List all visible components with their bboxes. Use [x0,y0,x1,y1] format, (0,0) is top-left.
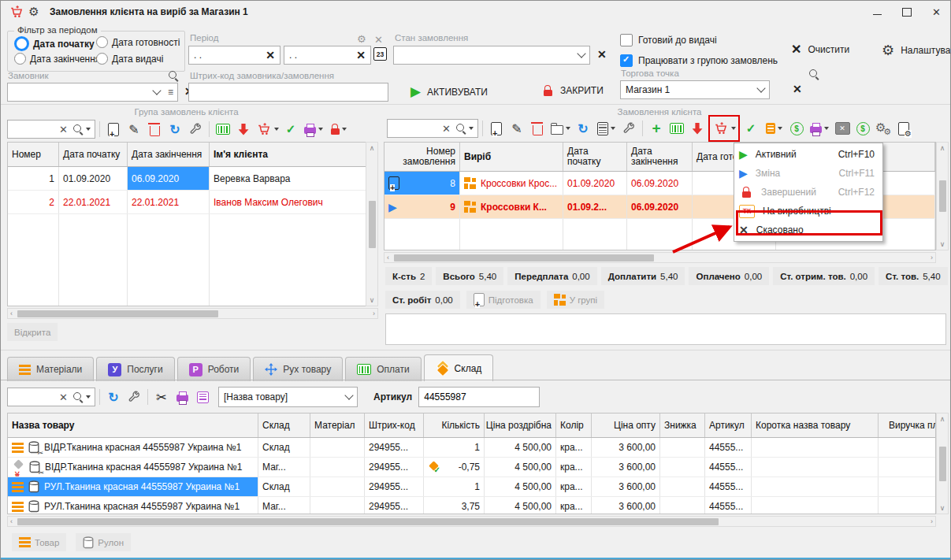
tab-materials[interactable]: Матеріали [7,357,94,381]
cart-status-menu-button-highlighted[interactable] [708,115,740,142]
col-header[interactable]: Дата початку [563,143,627,171]
order-memo-box[interactable] [385,313,946,345]
legend-roll-button[interactable]: Рулон [76,533,131,551]
col-header[interactable]: Дата закінчення [627,143,693,171]
col-header[interactable]: Знижка [660,414,705,437]
tab-services[interactable]: УПослуги [96,357,174,381]
left-search-input[interactable]: ✕ [7,120,95,139]
table-row[interactable]: ≫ВІДР.Тканина красная 44555987 Украина №… [8,458,935,477]
customer-combobox[interactable]: ≡ [7,83,178,102]
left-table-hscrollbar[interactable]: ‹› [7,308,378,319]
checkbox-icon[interactable] [620,34,633,46]
search-icon[interactable] [455,123,474,134]
shop-clear-icon[interactable]: ✕ [793,83,802,95]
menu-item-cancelled[interactable]: ✕Скасовано [734,221,882,239]
folder-menu-button[interactable] [548,119,572,138]
radio-date-start[interactable]: Дата початку [14,36,95,51]
radio-icon[interactable] [14,53,26,65]
checkbox-icon[interactable] [620,54,633,67]
print-preview-button[interactable] [193,388,212,406]
tab-works[interactable]: РРоботи [177,357,251,381]
table-row[interactable]: РУЛ.Тканина красная 44555987 Украина №1 … [8,497,935,514]
add-button[interactable] [104,120,123,139]
radio-date-issue[interactable]: Дата видачі [96,53,163,65]
invoice-menu-button[interactable] [762,119,786,138]
print-button[interactable] [808,119,831,138]
in-group-button[interactable]: У групі [547,291,605,309]
money-refresh-button[interactable]: $ [787,119,806,138]
payments-button[interactable] [667,119,686,138]
right-table-vscrollbar[interactable]: ∧∨ [936,142,949,250]
selected-cell[interactable]: 06.09.2020 [128,167,210,190]
col-header[interactable]: Дата закінчення [128,143,210,166]
order-state-clear-icon[interactable]: ✕ [597,48,607,61]
radio-icon[interactable] [96,53,108,65]
table-row[interactable]: РУЛ.Тканина красная 44555987 Украина №1 … [8,477,935,497]
col-header[interactable]: Штрих-код [365,414,424,437]
payments-button[interactable] [214,120,232,139]
article-input[interactable] [418,387,540,407]
confirm-button[interactable]: ✓ [281,120,300,139]
refresh-button[interactable]: ↻ [165,120,184,139]
col-header[interactable]: Виручка планована роздрібна з [879,414,936,437]
date-to-input[interactable]: . .✕ [284,46,371,65]
col-header[interactable]: Назва товару [8,414,258,437]
legend-goods-button[interactable]: Товар [12,533,66,551]
cut-button[interactable]: ✂ [152,388,171,406]
col-header[interactable]: Артикул [705,414,752,437]
name-filter-combobox[interactable]: [Назва товару] [218,387,358,407]
chevron-down-icon[interactable] [152,86,161,95]
maximize-button[interactable] [902,8,912,17]
delete-button[interactable] [528,119,547,138]
col-header[interactable]: Дата початку [59,143,128,166]
radio-date-ready[interactable]: Дата готовності [96,36,180,48]
col-header[interactable]: Кількість [424,414,485,437]
search-icon[interactable] [72,391,91,402]
list-icon[interactable]: ≡ [168,87,173,98]
cancel-box-button[interactable]: ✕ [833,119,852,138]
download-button[interactable] [234,120,253,139]
tools-button[interactable] [619,119,638,138]
print-button[interactable] [173,388,191,406]
col-header[interactable]: Виріб [460,143,563,171]
table-row[interactable]: 1 01.09.2020 06.09.2020 Веревка Варвара [8,167,366,191]
barcode-input[interactable] [188,83,388,102]
shop-search-icon[interactable] [808,69,819,80]
confirm-button[interactable]: ✓ [741,119,760,138]
radio-date-end[interactable]: Дата закінчення [14,53,100,65]
refresh-button[interactable]: ↻ [574,119,593,138]
bottom-search-input[interactable]: ✕ [7,388,95,406]
settings-gears-button[interactable] [874,119,893,138]
col-header[interactable]: Ім'я клієнта [210,143,366,166]
menu-item-finished[interactable]: ЗавершенийCtrl+F12 [734,183,882,202]
clear-x-icon[interactable]: ✕ [59,391,68,403]
preparation-button[interactable]: Підготовка [466,291,541,309]
tools-button[interactable] [186,120,205,139]
close-order-button[interactable]: ЗАКРИТИ [541,83,604,98]
period-gear-icon[interactable]: ⚙ [357,33,366,45]
customer-search-icon[interactable] [168,70,179,81]
bottom-table-hscrollbar[interactable]: ‹› [7,516,936,527]
clear-x-icon[interactable]: ✕ [356,49,366,61]
download-button[interactable] [688,119,707,138]
clear-x-icon[interactable]: ✕ [59,124,68,135]
bottom-table-vscrollbar[interactable]: ∧∨ [936,413,949,514]
left-table-vscrollbar[interactable]: ∧∨ [366,142,378,306]
shop-combobox[interactable]: Магазин 1 [620,80,770,99]
menu-item-in-production[interactable]: ТКНа виробництві [734,202,882,221]
clear-filters-button[interactable]: ✕Очистити [791,42,849,57]
tab-warehouse[interactable]: Склад [424,354,494,381]
print-button[interactable] [302,120,325,139]
calendar-icon[interactable]: 23 [373,47,387,61]
add-plus-button[interactable]: + [647,119,666,138]
order-state-combobox[interactable] [393,46,590,65]
tools-button[interactable] [124,388,143,406]
menu-item-change[interactable]: ▶ЗмінаCtrl+F11 [734,164,882,183]
menu-item-active[interactable]: ▶АктивнийCtrl+F10 [734,145,882,164]
col-header[interactable]: Ціна роздрібна [485,414,556,437]
col-header[interactable]: Ціна опту [592,414,660,437]
col-header[interactable]: Номер [8,143,59,166]
add-button[interactable] [487,119,506,138]
col-header[interactable]: Номер замовлення [384,143,460,171]
activate-button[interactable]: ▶АКТИВУВАТИ [410,83,488,100]
